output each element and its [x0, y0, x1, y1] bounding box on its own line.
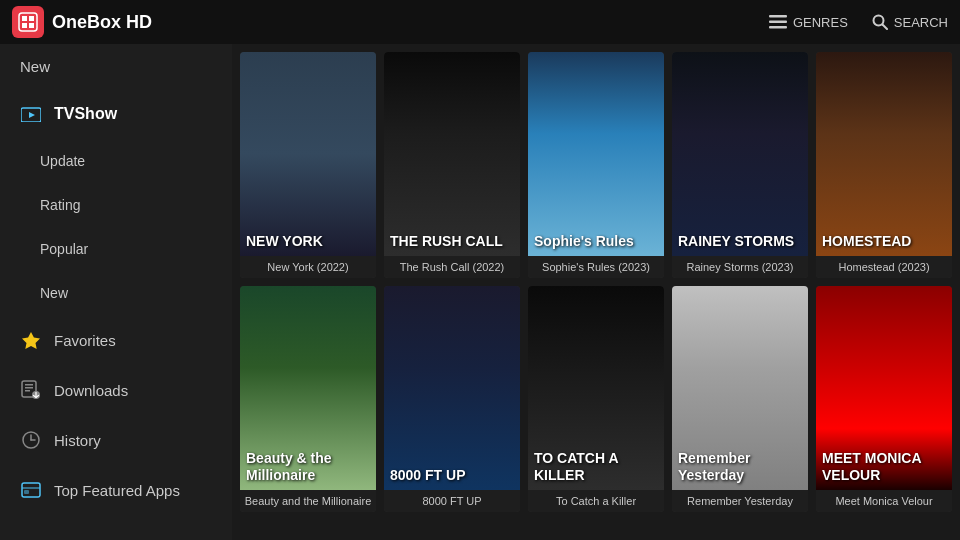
movie-poster: HOMESTEAD — [816, 52, 952, 256]
tvshow-icon — [20, 103, 42, 125]
poster-overlay: Sophie's Rules — [528, 52, 664, 256]
movie-card[interactable]: Sophie's Rules Sophie's Rules (2023) — [528, 52, 664, 278]
movie-title: Remember Yesterday — [672, 490, 808, 512]
poster-overlay: HOMESTEAD — [816, 52, 952, 256]
search-button[interactable]: SEARCH — [872, 14, 948, 30]
poster-overlay: Remember Yesterday — [672, 286, 808, 490]
poster-main-text: RAINEY STORMS — [678, 233, 802, 250]
movie-grid: NEW YORK New York (2022) THE RUSH CALL T… — [240, 52, 952, 512]
genres-icon — [769, 15, 787, 29]
svg-rect-2 — [29, 16, 34, 21]
history-icon — [20, 429, 42, 451]
poster-overlay: THE RUSH CALL — [384, 52, 520, 256]
poster-main-text: MEET MONICA VELOUR — [822, 450, 946, 484]
sidebar-item-new-top[interactable]: New — [0, 44, 232, 89]
sidebar-item-downloads[interactable]: Downloads — [0, 365, 232, 415]
movie-poster: Sophie's Rules — [528, 52, 664, 256]
movie-title: 8000 FT UP — [384, 490, 520, 512]
downloads-icon — [20, 379, 42, 401]
sidebar-item-update[interactable]: Update — [0, 139, 232, 183]
movie-title: Homestead (2023) — [816, 256, 952, 278]
poster-overlay: NEW YORK — [240, 52, 376, 256]
movie-card[interactable]: RAINEY STORMS Rainey Storms (2023) — [672, 52, 808, 278]
favorites-icon — [20, 329, 42, 351]
svg-rect-22 — [22, 483, 40, 497]
movie-card[interactable]: THE RUSH CALL The Rush Call (2022) — [384, 52, 520, 278]
svg-rect-0 — [19, 13, 37, 31]
movie-title: New York (2022) — [240, 256, 376, 278]
movie-poster: Beauty & the Millionaire — [240, 286, 376, 490]
movie-card[interactable]: Remember Yesterday Remember Yesterday — [672, 286, 808, 512]
poster-main-text: THE RUSH CALL — [390, 233, 514, 250]
search-icon — [872, 14, 888, 30]
movie-poster: RAINEY STORMS — [672, 52, 808, 256]
movie-poster: NEW YORK — [240, 52, 376, 256]
app-title: OneBox HD — [52, 12, 152, 33]
svg-rect-16 — [25, 390, 30, 392]
svg-marker-11 — [29, 112, 35, 118]
svg-rect-24 — [24, 490, 29, 494]
poster-overlay: Beauty & the Millionaire — [240, 286, 376, 490]
poster-main-text: NEW YORK — [246, 233, 370, 250]
movie-title: The Rush Call (2022) — [384, 256, 520, 278]
sidebar-item-top-featured[interactable]: Top Featured Apps — [0, 465, 232, 515]
poster-overlay: RAINEY STORMS — [672, 52, 808, 256]
top-featured-icon — [20, 479, 42, 501]
movie-title: Beauty and the Millionaire — [240, 490, 376, 512]
sidebar-item-popular[interactable]: Popular — [0, 227, 232, 271]
movie-card[interactable]: NEW YORK New York (2022) — [240, 52, 376, 278]
svg-rect-3 — [22, 23, 27, 28]
header-controls: GENRES SEARCH — [769, 14, 948, 30]
sidebar-item-favorites[interactable]: Favorites — [0, 315, 232, 365]
poster-overlay: MEET MONICA VELOUR — [816, 286, 952, 490]
movie-card[interactable]: TO CATCH A KILLER To Catch a Killer — [528, 286, 664, 512]
poster-main-text: Beauty & the Millionaire — [246, 450, 370, 484]
header: OneBox HD GENRES SEARCH — [0, 0, 960, 44]
poster-main-text: 8000 FT UP — [390, 467, 514, 484]
movie-card[interactable]: Beauty & the Millionaire Beauty and the … — [240, 286, 376, 512]
logo-area: OneBox HD — [12, 6, 152, 38]
svg-line-9 — [882, 25, 887, 30]
genres-button[interactable]: GENRES — [769, 15, 848, 30]
svg-rect-14 — [25, 384, 33, 386]
movie-card[interactable]: 8000 FT UP 8000 FT UP — [384, 286, 520, 512]
app-logo — [12, 6, 44, 38]
content-area: NEW YORK New York (2022) THE RUSH CALL T… — [232, 44, 960, 540]
sidebar: New TVShow Update Rating Popular New — [0, 44, 232, 540]
poster-main-text: Sophie's Rules — [534, 233, 658, 250]
movie-poster: MEET MONICA VELOUR — [816, 286, 952, 490]
movie-card[interactable]: HOMESTEAD Homestead (2023) — [816, 52, 952, 278]
svg-rect-1 — [22, 16, 27, 21]
poster-main-text: Remember Yesterday — [678, 450, 802, 484]
sidebar-item-rating[interactable]: Rating — [0, 183, 232, 227]
svg-rect-5 — [769, 15, 787, 18]
movie-poster: THE RUSH CALL — [384, 52, 520, 256]
sidebar-item-tvshow[interactable]: TVShow — [0, 89, 232, 139]
movie-title: Meet Monica Velour — [816, 490, 952, 512]
poster-overlay: TO CATCH A KILLER — [528, 286, 664, 490]
main-layout: New TVShow Update Rating Popular New — [0, 44, 960, 540]
svg-rect-7 — [769, 26, 787, 29]
sidebar-item-history[interactable]: History — [0, 415, 232, 465]
movie-title: Sophie's Rules (2023) — [528, 256, 664, 278]
poster-main-text: HOMESTEAD — [822, 233, 946, 250]
svg-marker-12 — [22, 332, 40, 349]
movie-poster: 8000 FT UP — [384, 286, 520, 490]
movie-poster: TO CATCH A KILLER — [528, 286, 664, 490]
poster-overlay: 8000 FT UP — [384, 286, 520, 490]
svg-rect-6 — [769, 21, 787, 24]
movie-card[interactable]: MEET MONICA VELOUR Meet Monica Velour — [816, 286, 952, 512]
svg-rect-15 — [25, 387, 33, 389]
svg-rect-4 — [29, 23, 34, 28]
sidebar-item-new-sub[interactable]: New — [0, 271, 232, 315]
movie-poster: Remember Yesterday — [672, 286, 808, 490]
poster-main-text: TO CATCH A KILLER — [534, 450, 658, 484]
movie-title: Rainey Storms (2023) — [672, 256, 808, 278]
movie-title: To Catch a Killer — [528, 490, 664, 512]
